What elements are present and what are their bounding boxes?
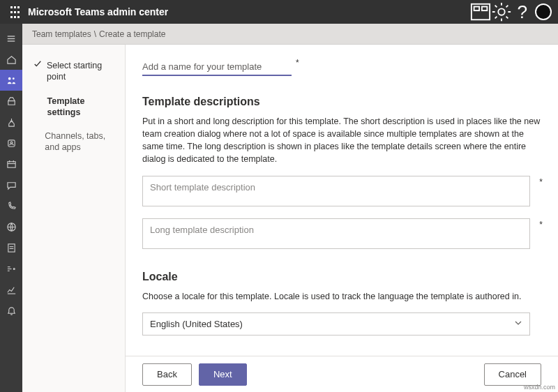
- cancel-button[interactable]: Cancel: [484, 363, 541, 386]
- svg-point-23: [13, 268, 15, 269]
- wizard-step-nav: Select starting point Template settings …: [22, 45, 126, 392]
- descriptions-help-text: Put in a short and long description for …: [142, 115, 541, 166]
- locale-heading: Locale: [142, 271, 541, 283]
- nav-meetings-icon[interactable]: [0, 153, 22, 174]
- nav-policy-icon[interactable]: [0, 216, 22, 237]
- locale-selected-value: English (United States): [150, 319, 243, 329]
- svg-rect-12: [7, 161, 15, 167]
- svg-rect-2: [482, 7, 488, 11]
- step-label: Channels, tabs, and apps: [45, 130, 118, 153]
- app-launcher-icon[interactable]: [4, 2, 24, 22]
- locale-select[interactable]: English (United States): [142, 312, 530, 336]
- nav-teams-icon[interactable]: [0, 70, 22, 91]
- required-marker: *: [539, 220, 543, 229]
- locale-help-text: Choose a locale for this template. Local…: [142, 290, 541, 303]
- svg-point-8: [8, 77, 10, 80]
- template-settings-form: * Template descriptions Put in a short a…: [126, 45, 558, 356]
- svg-point-9: [12, 77, 14, 80]
- nav-messaging-icon[interactable]: [0, 174, 22, 195]
- template-name-input[interactable]: [142, 59, 292, 76]
- short-description-input[interactable]: [142, 176, 530, 206]
- account-avatar[interactable]: [533, 1, 554, 22]
- breadcrumb: Team templates \ Create a template: [22, 24, 558, 45]
- svg-rect-1: [474, 7, 480, 11]
- wizard-footer: Back Next Cancel: [126, 356, 558, 392]
- nav-voice-icon[interactable]: [0, 195, 22, 216]
- back-button[interactable]: Back: [142, 363, 192, 386]
- required-marker: *: [539, 177, 543, 187]
- nav-notifications-icon[interactable]: [0, 300, 22, 321]
- nav-users-icon[interactable]: [0, 133, 22, 153]
- dashboard-icon[interactable]: [470, 1, 491, 22]
- svg-point-3: [498, 8, 504, 15]
- breadcrumb-parent[interactable]: Team templates: [32, 29, 91, 39]
- required-marker: *: [296, 58, 299, 68]
- step-label: Template settings: [47, 96, 118, 119]
- check-icon: [33, 60, 43, 71]
- nav-toggle-icon[interactable]: [0, 28, 22, 49]
- descriptions-heading: Template descriptions: [142, 96, 541, 108]
- settings-gear-icon[interactable]: [491, 1, 512, 22]
- nav-orgwide-icon[interactable]: [0, 258, 22, 279]
- step-label: Select starting point: [47, 60, 118, 83]
- breadcrumb-current: Create a template: [99, 29, 165, 39]
- next-button[interactable]: Next: [199, 363, 247, 386]
- left-nav-rail: [0, 24, 22, 392]
- nav-home-icon[interactable]: [0, 49, 22, 70]
- nav-analytics-icon[interactable]: [0, 279, 22, 300]
- step-channels-tabs-apps[interactable]: Channels, tabs, and apps: [33, 130, 118, 153]
- step-template-settings[interactable]: Template settings: [33, 96, 118, 119]
- breadcrumb-separator: \: [94, 29, 96, 39]
- chevron-down-icon: [514, 319, 522, 329]
- help-icon[interactable]: ?: [512, 1, 533, 22]
- app-title: Microsoft Teams admin center: [28, 6, 168, 17]
- watermark: wsxdn.com: [524, 384, 555, 391]
- long-description-input[interactable]: [142, 218, 530, 249]
- svg-point-11: [10, 142, 13, 144]
- nav-reports-icon[interactable]: [0, 237, 22, 258]
- topbar: Microsoft Teams admin center ?: [0, 0, 558, 24]
- svg-rect-17: [8, 243, 14, 251]
- nav-devices-icon[interactable]: [0, 91, 22, 112]
- svg-text:?: ?: [518, 1, 528, 22]
- nav-locations-icon[interactable]: [0, 112, 22, 133]
- step-select-starting-point[interactable]: Select starting point: [33, 60, 118, 83]
